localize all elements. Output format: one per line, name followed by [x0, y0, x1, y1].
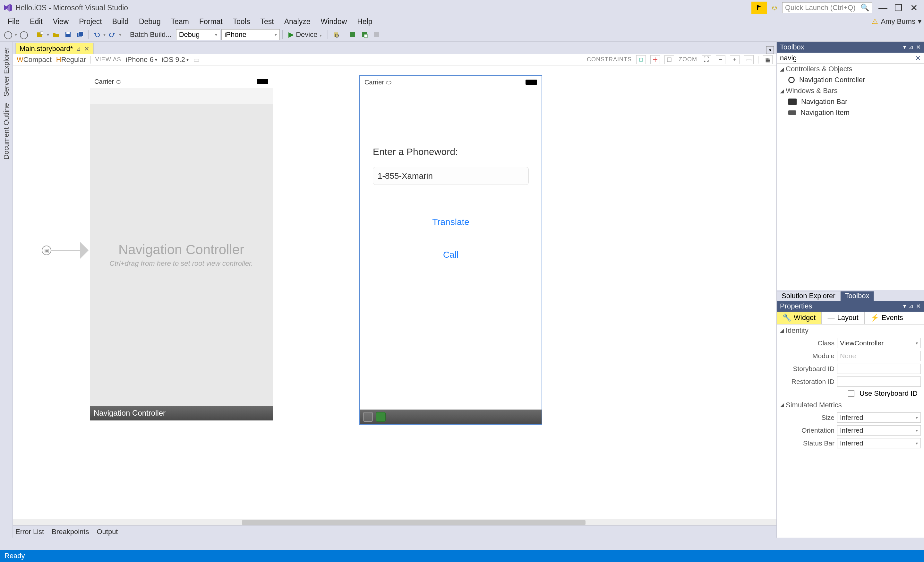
panel-dropdown-icon[interactable]: ▾	[903, 303, 906, 310]
restore-button[interactable]: ❐	[891, 2, 906, 14]
simulated-metrics-section[interactable]: ◢Simulated Metrics	[777, 399, 924, 411]
toolbox-item-nav-bar[interactable]: Navigation Bar	[777, 96, 924, 107]
menu-window[interactable]: Window	[315, 17, 352, 26]
tb-icon-2[interactable]	[359, 29, 370, 40]
zoom-out-button[interactable]: −	[716, 55, 725, 64]
orientation-dropdown[interactable]: Inferred▾	[837, 425, 921, 436]
clear-search-icon[interactable]: ✕	[915, 54, 921, 62]
module-input[interactable]: None	[837, 351, 921, 361]
pin-icon[interactable]: ⊿	[76, 45, 81, 52]
pin-icon[interactable]: ⊿	[909, 303, 914, 310]
restoration-id-input[interactable]	[837, 377, 921, 387]
close-tab-icon[interactable]: ✕	[84, 45, 90, 53]
use-storyboard-id-row[interactable]: Use Storyboard ID	[777, 388, 924, 399]
tb-icon-1[interactable]	[347, 29, 358, 40]
identity-section[interactable]: ◢Identity	[777, 325, 924, 337]
dropdown-icon[interactable]: ▾	[766, 46, 774, 54]
user-account[interactable]: ⚠ Amy Burns ▾	[872, 17, 921, 26]
find-button[interactable]	[330, 29, 341, 40]
undo-button[interactable]	[91, 29, 102, 40]
quick-launch-input[interactable]: Quick Launch (Ctrl+Q) 🔍	[782, 2, 872, 13]
scene2-dock[interactable]	[360, 410, 542, 424]
toolbox-item-nav-item[interactable]: Navigation Item	[777, 107, 924, 118]
document-outline-tab[interactable]: Document Outline	[2, 100, 10, 163]
menu-debug[interactable]: Debug	[134, 17, 166, 26]
chevron-down-icon: ▾	[47, 32, 49, 37]
class-input[interactable]: ViewController▾	[837, 338, 921, 348]
grid-button[interactable]: ▦	[763, 55, 772, 64]
zoom-in-button[interactable]: +	[730, 55, 740, 64]
phoneword-textfield[interactable]: 1-855-Xamarin	[373, 167, 529, 185]
menu-tools[interactable]: Tools	[228, 17, 255, 26]
save-button[interactable]	[63, 29, 74, 40]
menu-team[interactable]: Team	[166, 17, 194, 26]
breakpoints-tab[interactable]: Breakpoints	[52, 527, 89, 536]
orientation-icon[interactable]: ▭	[193, 56, 200, 64]
config-dropdown[interactable]: Debug▾	[176, 29, 220, 40]
toolbox-item-nav-controller[interactable]: Navigation Controller	[777, 74, 924, 86]
close-panel-icon[interactable]: ✕	[916, 303, 921, 310]
menu-file[interactable]: File	[3, 17, 25, 26]
toolbox-tab[interactable]: Toolbox	[840, 291, 874, 301]
close-panel-icon[interactable]: ✕	[916, 44, 921, 51]
feedback-button[interactable]: ☺	[767, 2, 782, 14]
navigation-controller-scene[interactable]: Carrier ⬭ Navigation Controller Ctrl+dra…	[90, 75, 273, 421]
new-project-button[interactable]	[34, 29, 45, 40]
notifications-flag-button[interactable]	[752, 2, 767, 14]
storyboard-id-input[interactable]	[837, 364, 921, 374]
editor-region: Main.storyboard* ⊿ ✕ ▾ WCompact HRegular…	[13, 42, 776, 538]
menu-edit[interactable]: Edit	[25, 17, 48, 26]
first-responder-icon[interactable]	[376, 412, 386, 422]
statusbar-dropdown[interactable]: Inferred▾	[837, 438, 921, 448]
menu-project[interactable]: Project	[74, 17, 107, 26]
tb-icon-3[interactable]	[371, 29, 382, 40]
menu-format[interactable]: Format	[194, 17, 228, 26]
translate-button[interactable]: Translate	[373, 210, 529, 234]
ios-dropdown[interactable]: iOS 9.2▾	[162, 56, 189, 64]
nav-back-button[interactable]: ◯	[3, 29, 14, 40]
toolbox-category-controllers[interactable]: ◢Controllers & Objects	[777, 63, 924, 74]
widget-tab[interactable]: 🔧Widget	[777, 312, 822, 324]
server-explorer-tab[interactable]: Server Explorer	[2, 44, 10, 100]
menu-analyze[interactable]: Analyze	[279, 17, 316, 26]
constraint-btn-3[interactable]	[664, 55, 674, 64]
layout-tab[interactable]: —Layout	[822, 312, 864, 324]
minimize-button[interactable]: —	[875, 2, 891, 14]
view-controller-icon[interactable]	[363, 412, 373, 422]
close-button[interactable]: ✕	[906, 2, 921, 14]
open-button[interactable]	[50, 29, 61, 40]
call-button[interactable]: Call	[373, 243, 529, 266]
solution-explorer-tab[interactable]: Solution Explorer	[777, 291, 840, 301]
entry-point-arrow[interactable]: ▣	[42, 242, 88, 259]
nav-fwd-button[interactable]: ◯	[18, 29, 29, 40]
constraint-btn-2[interactable]	[650, 55, 660, 64]
menu-view[interactable]: View	[48, 17, 74, 26]
save-all-button[interactable]	[75, 29, 86, 40]
constraint-btn-1[interactable]	[636, 55, 646, 64]
error-list-tab[interactable]: Error List	[15, 527, 44, 536]
menu-help[interactable]: Help	[352, 17, 377, 26]
batch-build-button[interactable]: Batch Build...	[127, 30, 175, 39]
zoom-actual-button[interactable]: ▭	[744, 55, 754, 64]
doc-tab-main-storyboard[interactable]: Main.storyboard* ⊿ ✕	[15, 43, 94, 54]
view-controller-scene[interactable]: Carrier ⬭ Enter a Phoneword: 1-855-Xamar…	[359, 75, 542, 425]
output-tab[interactable]: Output	[97, 527, 118, 536]
start-debug-button[interactable]: ▶ Device ▾	[285, 30, 325, 39]
platform-dropdown[interactable]: iPhone▾	[221, 29, 280, 40]
device-dropdown[interactable]: iPhone 6▾	[126, 56, 157, 64]
toolbox-search-input[interactable]: navig ✕	[777, 53, 924, 63]
carrier-label-2: Carrier	[364, 79, 384, 86]
size-dropdown[interactable]: Inferred▾	[837, 412, 921, 423]
menu-test[interactable]: Test	[255, 17, 279, 26]
menu-build[interactable]: Build	[107, 17, 134, 26]
zoom-fit-button[interactable]: ⛶	[702, 55, 711, 64]
panel-dropdown-icon[interactable]: ▾	[903, 44, 906, 51]
horizontal-scrollbar[interactable]	[13, 519, 776, 525]
toolbox-category-windows[interactable]: ◢Windows & Bars	[777, 86, 924, 96]
scene1-dock-label[interactable]: Navigation Controller	[90, 406, 273, 421]
events-tab[interactable]: ⚡Events	[865, 312, 909, 324]
storyboard-canvas[interactable]: ▣ Carrier ⬭ Navigation Controller Ctrl+d…	[13, 66, 776, 519]
pin-icon[interactable]: ⊿	[909, 44, 914, 51]
redo-button[interactable]	[107, 29, 118, 40]
use-storyboard-id-checkbox[interactable]	[848, 390, 854, 397]
